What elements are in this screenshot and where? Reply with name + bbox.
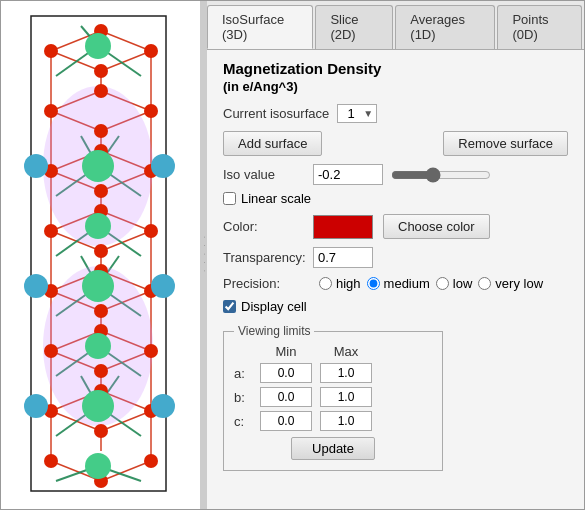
right-panel: IsoSurface (3D) Slice (2D) Averages (1D)… (207, 1, 584, 509)
limits-a-min[interactable] (260, 363, 312, 383)
svg-point-117 (151, 274, 175, 298)
iso-value-label: Iso value (223, 167, 313, 182)
svg-point-89 (144, 224, 158, 238)
svg-point-76 (44, 44, 58, 58)
surface-buttons-row: Add surface Remove surface (223, 131, 568, 156)
iso-value-input[interactable] (313, 164, 383, 185)
choose-color-button[interactable]: Choose color (383, 214, 490, 239)
precision-label: Precision: (223, 276, 313, 291)
precision-row: Precision: high medium low very low (223, 276, 568, 291)
limits-c-max[interactable] (320, 411, 372, 431)
viewing-limits-legend: Viewing limits (234, 324, 314, 338)
precision-option-low: low (436, 276, 473, 291)
transparency-input[interactable] (313, 247, 373, 268)
linear-scale-label: Linear scale (241, 191, 311, 206)
svg-point-96 (44, 344, 58, 358)
color-label: Color: (223, 219, 313, 234)
svg-point-79 (94, 64, 108, 78)
precision-radio-very-low[interactable] (478, 277, 491, 290)
tab-slice[interactable]: Slice (2D) (315, 5, 393, 49)
main-container: · · · · · IsoSurface (3D) Slice (2D) Ave… (0, 0, 585, 510)
precision-radio-low[interactable] (436, 277, 449, 290)
limits-b-label: b: (234, 390, 256, 405)
svg-point-119 (151, 394, 175, 418)
limits-c-min[interactable] (260, 411, 312, 431)
precision-radio-medium[interactable] (367, 277, 380, 290)
color-row: Color: Choose color (223, 214, 568, 239)
limits-b-max[interactable] (320, 387, 372, 407)
isosurface-label: Current isosurface (223, 106, 329, 121)
limits-row-a: a: (234, 363, 432, 383)
svg-point-112 (82, 390, 114, 422)
precision-high-label: high (336, 276, 361, 291)
limits-max-header: Max (316, 344, 376, 359)
svg-point-99 (94, 364, 108, 378)
viewing-limits-fieldset: Viewing limits Min Max a: b: (223, 324, 443, 471)
viz-panel (1, 1, 201, 509)
add-surface-button[interactable]: Add surface (223, 131, 322, 156)
limits-b-min[interactable] (260, 387, 312, 407)
precision-medium-label: medium (384, 276, 430, 291)
limits-header: Min Max (234, 344, 432, 359)
tab-bar: IsoSurface (3D) Slice (2D) Averages (1D)… (207, 1, 584, 50)
svg-point-109 (85, 213, 111, 239)
svg-point-82 (94, 84, 108, 98)
transparency-label: Transparency: (223, 250, 313, 265)
svg-point-103 (94, 424, 108, 438)
limits-row-b: b: (234, 387, 432, 407)
update-button[interactable]: Update (291, 437, 375, 460)
svg-point-97 (144, 344, 158, 358)
tab-isosurface[interactable]: IsoSurface (3D) (207, 5, 313, 49)
svg-point-116 (24, 274, 48, 298)
linear-scale-checkbox[interactable] (223, 192, 236, 205)
tab-points[interactable]: Points (0D) (497, 5, 582, 49)
precision-option-high: high (319, 276, 361, 291)
limits-a-label: a: (234, 366, 256, 381)
tab-averages[interactable]: Averages (1D) (395, 5, 495, 49)
svg-point-95 (94, 304, 108, 318)
precision-radio-high[interactable] (319, 277, 332, 290)
remove-surface-button[interactable]: Remove surface (443, 131, 568, 156)
dropdown-arrow-icon[interactable]: ▼ (363, 108, 373, 119)
svg-point-111 (85, 333, 111, 359)
page-title: Magnetization Density (223, 60, 568, 77)
svg-point-104 (44, 454, 58, 468)
transparency-row: Transparency: (223, 247, 568, 268)
svg-point-80 (44, 104, 58, 118)
svg-point-91 (94, 244, 108, 258)
svg-point-83 (94, 124, 108, 138)
iso-value-slider[interactable] (391, 167, 491, 183)
svg-point-113 (85, 453, 111, 479)
precision-very-low-label: very low (495, 276, 543, 291)
svg-point-77 (144, 44, 158, 58)
svg-point-110 (82, 270, 114, 302)
precision-low-label: low (453, 276, 473, 291)
isosurface-row: Current isosurface 1 ▼ (223, 104, 568, 123)
page-subtitle: (in e/Ang^3) (223, 79, 568, 94)
svg-point-105 (144, 454, 158, 468)
limits-row-c: c: (234, 411, 432, 431)
iso-value-row: Iso value (223, 164, 568, 185)
isosurface-value: 1 (341, 106, 361, 121)
svg-point-87 (94, 184, 108, 198)
precision-option-medium: medium (367, 276, 430, 291)
svg-point-107 (85, 33, 111, 59)
isosurface-select[interactable]: 1 ▼ (337, 104, 377, 123)
linear-scale-row: Linear scale (223, 191, 568, 206)
color-swatch[interactable] (313, 215, 373, 239)
svg-point-118 (24, 394, 48, 418)
display-cell-label: Display cell (241, 299, 307, 314)
content-area: Magnetization Density (in e/Ang^3) Curre… (207, 50, 584, 509)
svg-point-114 (24, 154, 48, 178)
svg-point-115 (151, 154, 175, 178)
display-cell-checkbox[interactable] (223, 300, 236, 313)
display-cell-row: Display cell (223, 299, 568, 314)
limits-c-label: c: (234, 414, 256, 429)
precision-option-very-low: very low (478, 276, 543, 291)
limits-min-header: Min (256, 344, 316, 359)
svg-point-81 (144, 104, 158, 118)
limits-a-max[interactable] (320, 363, 372, 383)
svg-point-88 (44, 224, 58, 238)
svg-point-108 (82, 150, 114, 182)
